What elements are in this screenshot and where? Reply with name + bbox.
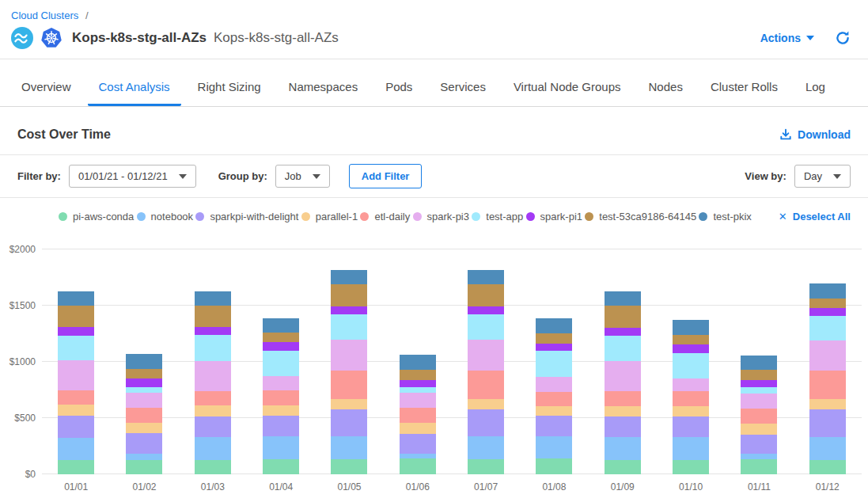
legend-item-etl-daily[interactable]: etl-daily — [360, 211, 410, 222]
tab-nodes[interactable]: Nodes — [638, 67, 694, 106]
bar-segment-parallel-1[interactable] — [263, 405, 299, 416]
bar-segment-test-pkix[interactable] — [741, 356, 777, 370]
bar-segment-notebook[interactable] — [263, 436, 299, 459]
bar-segment-spark-pi1[interactable] — [331, 306, 367, 314]
bar-segment-parallel-1[interactable] — [673, 406, 709, 416]
legend-item-parallel-1[interactable]: parallel-1 — [301, 211, 358, 222]
bar-segment-parallel-1[interactable] — [331, 399, 367, 409]
bar-segment-pi-aws-conda[interactable] — [468, 459, 504, 474]
bar-segment-test-53ca9186-64145[interactable] — [468, 284, 504, 306]
bar-segment-test-app[interactable] — [400, 387, 436, 393]
bar-segment-spark-pi1[interactable] — [58, 327, 94, 336]
bar-segment-test-53ca9186-64145[interactable] — [741, 370, 777, 380]
bar-segment-spark-pi1[interactable] — [741, 380, 777, 387]
bar-segment-sparkpi-with-delight[interactable] — [58, 416, 94, 438]
tab-services[interactable]: Services — [429, 67, 497, 106]
bar-segment-test-app[interactable] — [741, 387, 777, 394]
bar-segment-notebook[interactable] — [331, 436, 367, 459]
view-by-select[interactable]: Day — [794, 165, 851, 188]
bar-segment-parallel-1[interactable] — [605, 406, 641, 416]
bar-segment-etl-daily[interactable] — [741, 409, 777, 424]
bar-segment-spark-pi3[interactable] — [536, 377, 572, 392]
date-range-select[interactable]: 01/01/21 - 01/12/21 — [69, 165, 196, 188]
bar-segment-sparkpi-with-delight[interactable] — [195, 416, 231, 437]
legend-item-test-pkix[interactable]: test-pkix — [699, 211, 751, 222]
bar-segment-pi-aws-conda[interactable] — [741, 459, 777, 474]
bar-segment-test-app[interactable] — [605, 336, 641, 362]
bar-segment-etl-daily[interactable] — [58, 390, 94, 405]
bar-segment-test-pkix[interactable] — [126, 354, 162, 368]
bar-segment-spark-pi3[interactable] — [605, 361, 641, 391]
deselect-all-button[interactable]: ✕ Deselect All — [779, 211, 851, 222]
breadcrumb-link-cloud-clusters[interactable]: Cloud Clusters — [11, 10, 78, 21]
bar-segment-parallel-1[interactable] — [58, 405, 94, 416]
bar-segment-pi-aws-conda[interactable] — [605, 460, 641, 474]
bar-segment-test-53ca9186-64145[interactable] — [126, 369, 162, 379]
bar-segment-etl-daily[interactable] — [195, 391, 231, 405]
bar-segment-spark-pi3[interactable] — [58, 360, 94, 390]
bar-segment-sparkpi-with-delight[interactable] — [263, 416, 299, 436]
bar-segment-etl-daily[interactable] — [809, 371, 846, 399]
bar-segment-test-app[interactable] — [673, 353, 709, 379]
bar-segment-spark-pi3[interactable] — [741, 394, 777, 409]
bar-segment-spark-pi3[interactable] — [673, 378, 709, 391]
bar-segment-spark-pi3[interactable] — [263, 376, 299, 390]
bar-segment-sparkpi-with-delight[interactable] — [741, 435, 777, 454]
bar-segment-spark-pi3[interactable] — [400, 393, 436, 408]
bar-segment-test-app[interactable] — [263, 351, 299, 376]
bar-segment-test-53ca9186-64145[interactable] — [263, 333, 299, 342]
bar-segment-pi-aws-conda[interactable] — [809, 460, 846, 474]
legend-item-sparkpi-with-delight[interactable]: sparkpi-with-delight — [195, 211, 298, 222]
bar-segment-test-app[interactable] — [809, 316, 846, 340]
legend-item-pi-aws-conda[interactable]: pi-aws-conda — [59, 211, 134, 222]
refresh-button[interactable] — [835, 30, 851, 46]
bar-segment-pi-aws-conda[interactable] — [400, 458, 436, 474]
bar-segment-test-53ca9186-64145[interactable] — [331, 284, 367, 306]
bar-segment-test-pkix[interactable] — [263, 318, 299, 333]
bar-segment-parallel-1[interactable] — [741, 424, 777, 434]
bar-segment-sparkpi-with-delight[interactable] — [809, 409, 846, 437]
bar-segment-spark-pi1[interactable] — [263, 342, 299, 351]
bar-segment-test-53ca9186-64145[interactable] — [195, 306, 231, 327]
bar-segment-spark-pi3[interactable] — [331, 340, 367, 370]
bar-segment-sparkpi-with-delight[interactable] — [126, 433, 162, 454]
bar-segment-spark-pi1[interactable] — [400, 380, 436, 387]
bar-segment-sparkpi-with-delight[interactable] — [605, 416, 641, 437]
bar-segment-parallel-1[interactable] — [195, 405, 231, 416]
bar-segment-etl-daily[interactable] — [126, 408, 162, 422]
bar-segment-spark-pi1[interactable] — [809, 308, 846, 316]
bar-segment-parallel-1[interactable] — [400, 423, 436, 433]
bar-segment-pi-aws-conda[interactable] — [263, 459, 299, 474]
bar-segment-notebook[interactable] — [605, 437, 641, 460]
bar-segment-test-pkix[interactable] — [536, 318, 572, 333]
bar-segment-spark-pi3[interactable] — [468, 340, 504, 370]
bar-segment-notebook[interactable] — [58, 438, 94, 460]
bar-segment-test-53ca9186-64145[interactable] — [58, 306, 94, 327]
legend-item-test-53ca9186-64145[interactable]: test-53ca9186-64145 — [585, 211, 696, 222]
tab-virtual-node-groups[interactable]: Virtual Node Groups — [502, 67, 632, 106]
bar-segment-test-app[interactable] — [58, 336, 94, 360]
bar-segment-test-pkix[interactable] — [400, 355, 436, 370]
add-filter-button[interactable]: Add Filter — [349, 164, 423, 188]
bar-segment-test-pkix[interactable] — [605, 291, 641, 306]
bar-segment-pi-aws-conda[interactable] — [673, 460, 709, 474]
bar-segment-test-53ca9186-64145[interactable] — [400, 370, 436, 380]
bar-segment-notebook[interactable] — [468, 436, 504, 459]
bar-segment-pi-aws-conda[interactable] — [331, 459, 367, 474]
group-by-select[interactable]: Job — [275, 165, 330, 188]
download-button[interactable]: Download — [779, 128, 851, 141]
bar-segment-etl-daily[interactable] — [331, 371, 367, 399]
bar-segment-etl-daily[interactable] — [605, 391, 641, 406]
bar-segment-spark-pi3[interactable] — [126, 393, 162, 408]
bar-segment-spark-pi3[interactable] — [195, 361, 231, 391]
bar-segment-etl-daily[interactable] — [400, 408, 436, 423]
bar-segment-parallel-1[interactable] — [536, 406, 572, 416]
tab-namespaces[interactable]: Namespaces — [278, 67, 370, 106]
bar-segment-notebook[interactable] — [126, 454, 162, 459]
bar-segment-test-pkix[interactable] — [468, 270, 504, 284]
bar-segment-sparkpi-with-delight[interactable] — [468, 409, 504, 436]
bar-segment-spark-pi1[interactable] — [536, 344, 572, 351]
bar-segment-sparkpi-with-delight[interactable] — [331, 409, 367, 436]
bar-segment-etl-daily[interactable] — [536, 392, 572, 406]
bar-segment-pi-aws-conda[interactable] — [126, 460, 162, 474]
